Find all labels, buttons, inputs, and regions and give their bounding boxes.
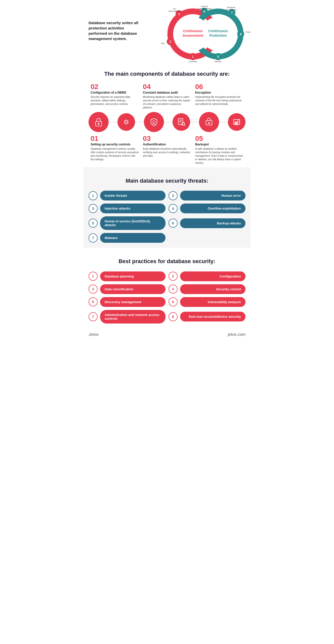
- component-03-number: 03: [143, 135, 191, 143]
- audit-icon: [176, 117, 186, 127]
- svg-point-49: [238, 120, 240, 122]
- svg-text:Test: Test: [161, 42, 165, 45]
- svg-text:Fix: Fix: [173, 8, 176, 10]
- component-05: 05 Backupst A safe database is always an…: [193, 135, 245, 165]
- components-section: The main components of database security…: [84, 65, 251, 167]
- diagram-wrapper: Continuous Assessment Continuous Protect…: [149, 5, 245, 63]
- threat-badge-2: 2: [169, 191, 178, 200]
- icon-circle-01: [89, 112, 109, 132]
- threat-pill-human: Human error: [180, 191, 245, 200]
- practice-pill-admin: Administrative and network access contro…: [100, 310, 165, 324]
- svg-text:6: 6: [240, 32, 242, 36]
- practice-badge-4: 4: [169, 285, 178, 294]
- component-04-number: 04: [143, 83, 191, 91]
- component-05-desc: A safe database is always an audited mec…: [195, 147, 243, 165]
- threat-item-3: 3 Injection attacks: [89, 204, 165, 213]
- practice-badge-7: 7: [89, 312, 98, 321]
- component-01-name: Setting up security controls: [91, 143, 139, 146]
- practice-item-5: 5 Discovery management: [89, 297, 165, 307]
- component-06-desc: Implementing file encryption protects th…: [195, 95, 243, 106]
- svg-text:7: 7: [231, 11, 233, 15]
- svg-text:Continuous: Continuous: [183, 29, 203, 33]
- threat-pill-injection: Injection attacks: [100, 204, 165, 213]
- threat-pill-dos: Denial of service (DoS/DDoS) attacks: [100, 216, 165, 230]
- svg-text:2: 2: [170, 40, 171, 44]
- header-text-block: Database security unites all protection …: [89, 5, 144, 41]
- threat-item-7: 7 Malware: [89, 233, 165, 243]
- threat-badge-1: 1: [89, 191, 98, 200]
- icon-circle-05: [199, 112, 219, 132]
- practice-badge-5: 5: [89, 297, 98, 306]
- brand-name: Jelvix: [89, 332, 99, 337]
- component-03: 03 Authentification Each database should…: [141, 135, 193, 165]
- svg-text:Assessment: Assessment: [183, 33, 203, 37]
- component-06-number: 06: [195, 83, 243, 91]
- svg-text:5: 5: [217, 55, 219, 59]
- timeline-line-3: [164, 122, 173, 122]
- threats-grid: 1 Insider threats Human error 2 3 Inject…: [89, 191, 245, 243]
- icon-circle-04: [173, 113, 190, 131]
- component-06: 06 Encryption Implementing file encrypti…: [193, 83, 245, 109]
- component-02: 02 Configuration of a DBMS Security requ…: [89, 83, 141, 109]
- icon-circle-06: 101 010: [228, 113, 245, 131]
- practice-badge-2: 2: [169, 272, 178, 281]
- gear-icon: [121, 117, 131, 127]
- threat-pill-insider: Insider threats: [100, 191, 165, 200]
- practice-pill-security: Security control: [180, 284, 245, 294]
- threat-item-1: 1 Insider threats: [89, 191, 165, 200]
- component-06-name: Encryption: [195, 91, 243, 94]
- shield-icon: [149, 117, 159, 127]
- practice-pill-vuln: Vulnerability analysis: [180, 297, 245, 307]
- svg-text:For Anomalies: For Anomalies: [212, 63, 224, 63]
- component-01-desc: Database management systems usually offe…: [91, 147, 139, 161]
- timeline-line-5: [219, 122, 228, 122]
- components-title: The main components of database security…: [84, 65, 251, 80]
- component-02-name: Configuration of a DBMS: [91, 91, 139, 94]
- threat-pill-backup: Backup attacks: [180, 218, 245, 228]
- practice-badge-3: 3: [89, 285, 98, 294]
- practices-grid: 1 Database planning Configuration 2 3 Da…: [89, 271, 245, 324]
- practice-badge-6: 6: [169, 297, 178, 306]
- icon-circle-02: [117, 113, 135, 131]
- component-02-number: 02: [91, 83, 139, 91]
- svg-text:Protection: Protection: [209, 33, 227, 37]
- practice-badge-1: 1: [89, 272, 98, 281]
- svg-point-35: [98, 123, 99, 124]
- component-01: 01 Setting up security controls Database…: [89, 135, 141, 165]
- svg-text:Enforce: Enforce: [201, 5, 208, 8]
- svg-text:Protect: Protect: [246, 31, 251, 33]
- practices-title: Best practices for database security:: [89, 253, 245, 268]
- timeline-line-1: [109, 122, 117, 122]
- svg-text:010: 010: [235, 123, 238, 125]
- footer: Jelvix jelvix.com: [84, 329, 251, 341]
- practice-pill-discovery: Discovery management: [100, 297, 165, 307]
- svg-text:Monitor: Monitor: [215, 60, 222, 63]
- timeline-row: 101 010: [89, 109, 245, 135]
- threat-item-2: Human error 2: [169, 191, 245, 200]
- threat-item-5: 5 Denial of service (DoS/DDoS) attacks: [89, 216, 165, 230]
- svg-text:1: 1: [192, 55, 194, 59]
- threat-item-4: Overflow exploitation 4: [169, 204, 245, 213]
- component-02-desc: Security requires an organized data stru…: [91, 95, 139, 106]
- component-04-desc: Monitoring database safety helps to catc…: [143, 95, 191, 109]
- svg-point-36: [125, 121, 128, 123]
- component-05-name: Backupst: [195, 143, 243, 146]
- threat-badge-6: 6: [169, 219, 178, 228]
- threat-badge-7: 7: [89, 233, 98, 243]
- threat-badge-5: 5: [89, 219, 98, 228]
- threat-badge-4: 4: [169, 204, 178, 213]
- svg-text:Continuous: Continuous: [208, 29, 228, 33]
- practice-item-8: End-user account/device security 8: [169, 310, 245, 324]
- svg-text:Vulnerabilities: Vulnerabilities: [168, 10, 181, 12]
- practice-item-1: 1 Database planning: [89, 271, 165, 281]
- practice-badge-8: 8: [169, 312, 178, 321]
- header-section: Database security unites all protection …: [84, 0, 251, 65]
- components-bottom-row: 01 Setting up security controls Database…: [89, 135, 245, 165]
- svg-rect-38: [178, 118, 183, 125]
- timeline-line-4: [190, 122, 199, 122]
- practice-pill-enduser: End-user account/device security: [180, 312, 245, 321]
- practice-pill-dataclass: Data classification: [100, 284, 165, 294]
- component-01-number: 01: [91, 135, 139, 143]
- threat-pill-malware: Malware: [100, 233, 165, 243]
- threats-title: Main database security threats:: [89, 172, 245, 187]
